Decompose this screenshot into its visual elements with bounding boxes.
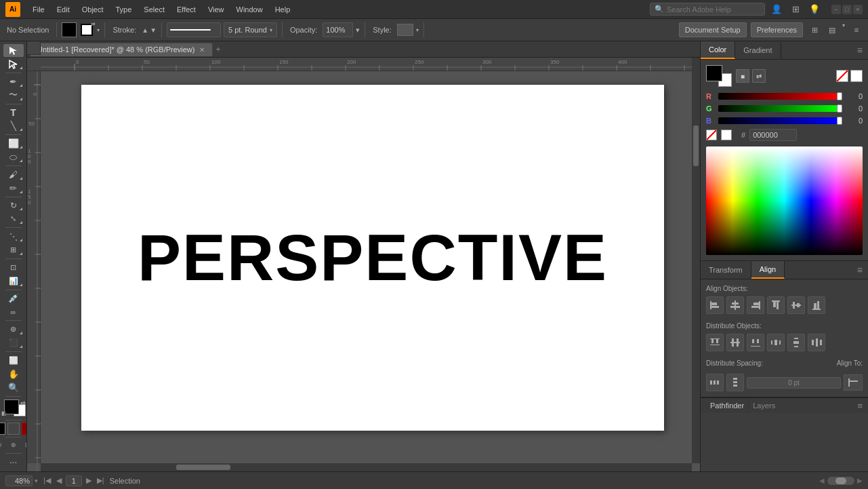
- dist-space-equal-btn[interactable]: [808, 334, 825, 351]
- search-input[interactable]: [667, 5, 760, 14]
- mask-mode-icon[interactable]: [22, 423, 28, 435]
- pixel-preview-icon[interactable]: ⊠: [22, 439, 28, 451]
- minimize-btn[interactable]: −: [831, 5, 841, 14]
- align-bottom-btn[interactable]: [808, 296, 825, 314]
- document-tab[interactable]: Untitled-1 [Recovered]* @ 48 % (RGB/Prev…: [30, 43, 213, 56]
- menu-view[interactable]: View: [203, 3, 230, 16]
- align-tab[interactable]: Align: [751, 261, 785, 279]
- last-artboard-btn[interactable]: ▶|: [96, 475, 106, 486]
- swap-icon[interactable]: ⇄: [91, 21, 96, 27]
- first-artboard-btn[interactable]: |◀: [42, 475, 52, 486]
- curvature-tool[interactable]: 〜: [3, 89, 24, 102]
- next-page-btn[interactable]: ▶: [857, 477, 863, 484]
- next-artboard-btn[interactable]: ▶: [85, 475, 93, 486]
- preferences-btn[interactable]: Preferences: [751, 22, 803, 37]
- line-tool[interactable]: ╲: [3, 119, 24, 132]
- more-tools-btn[interactable]: ···: [3, 456, 24, 469]
- print-preview-icon[interactable]: ⊛: [7, 439, 20, 451]
- discover-icon[interactable]: 💡: [807, 2, 822, 17]
- white-indicator[interactable]: [721, 130, 732, 140]
- dist-center-v-btn[interactable]: [726, 334, 744, 351]
- pathfinder-tab[interactable]: Pathfinder: [706, 398, 749, 413]
- panel-toggle-icon[interactable]: ≡: [849, 22, 864, 37]
- zoom-tool[interactable]: 🔍: [3, 381, 24, 394]
- scroll-indicator-track[interactable]: [827, 477, 854, 485]
- b-thumb[interactable]: [837, 117, 842, 125]
- menu-effect[interactable]: Effect: [171, 3, 201, 16]
- menu-file[interactable]: File: [27, 3, 50, 16]
- none-indicator[interactable]: [706, 130, 717, 140]
- dist-space-v-btn[interactable]: [787, 334, 805, 351]
- align-right-btn[interactable]: [747, 296, 764, 314]
- stroke-down-icon[interactable]: ▼: [150, 26, 157, 34]
- tab-close-btn[interactable]: ✕: [199, 45, 205, 54]
- transform-tab[interactable]: Transform: [701, 262, 751, 278]
- v-scrollbar[interactable]: [692, 58, 700, 463]
- white-swatch[interactable]: [850, 70, 863, 82]
- align-center-h-btn[interactable]: [726, 296, 744, 314]
- scale-tool[interactable]: ⤡: [3, 212, 24, 225]
- perspective-grid-tool[interactable]: ⊡: [3, 261, 24, 274]
- align-top-btn[interactable]: [767, 296, 785, 314]
- dist-spacing-v-btn[interactable]: [726, 374, 744, 391]
- dist-space-h-btn[interactable]: [767, 334, 785, 351]
- r-thumb[interactable]: [837, 92, 842, 100]
- layers-tab[interactable]: Layers: [749, 398, 779, 413]
- auto-spacing-btn[interactable]: 0 pt: [747, 377, 841, 389]
- swap-colors-icon[interactable]: ⇄: [20, 399, 26, 406]
- stroke-up-icon[interactable]: ▲: [142, 26, 148, 34]
- color-tab[interactable]: Color: [701, 41, 735, 59]
- zoom-dropdown-icon[interactable]: ▾: [35, 477, 38, 484]
- g-thumb[interactable]: [837, 104, 842, 113]
- stroke-weight-display[interactable]: [167, 22, 221, 37]
- blend-tool[interactable]: ∞: [3, 305, 24, 318]
- opacity-input[interactable]: [323, 22, 353, 37]
- menu-window[interactable]: Window: [231, 3, 268, 16]
- g-slider-container[interactable]: [718, 105, 840, 112]
- r-slider-container[interactable]: [718, 93, 840, 100]
- arrange-arrow[interactable]: ▾: [842, 22, 845, 37]
- arrange-arrange-icon[interactable]: ▤: [825, 22, 840, 37]
- default-colors-icon[interactable]: ◧: [1, 410, 7, 416]
- type-tool[interactable]: T: [3, 106, 24, 119]
- color-panel-menu-btn[interactable]: ≡: [852, 42, 868, 58]
- stroke-type-select[interactable]: 5 pt. Round ▾: [224, 22, 277, 37]
- maximize-btn[interactable]: □: [842, 5, 852, 14]
- arrange-grid-icon[interactable]: ⊞: [807, 22, 822, 37]
- pen-tool[interactable]: ✒: [3, 75, 24, 88]
- bottom-panel-menu-btn[interactable]: ≡: [857, 401, 863, 411]
- color-spectrum[interactable]: [706, 146, 863, 255]
- pencil-tool[interactable]: ✏: [3, 182, 24, 195]
- new-tab-btn[interactable]: +: [215, 45, 220, 54]
- foreground-swatch[interactable]: [706, 65, 722, 81]
- hand-tool[interactable]: ✋: [3, 368, 24, 380]
- color-mode-solid-btn[interactable]: ■: [736, 69, 749, 83]
- graph-tool[interactable]: 📊: [3, 275, 24, 288]
- menu-help[interactable]: Help: [270, 3, 296, 16]
- dist-bottom-btn[interactable]: [747, 334, 764, 351]
- align-middle-v-btn[interactable]: [787, 296, 805, 314]
- direct-selection-tool[interactable]: [3, 58, 24, 71]
- selection-tool[interactable]: [3, 44, 24, 57]
- eyedropper-tool[interactable]: 💉: [3, 292, 24, 305]
- menu-type[interactable]: Type: [110, 3, 138, 16]
- align-panel-menu-btn[interactable]: ≡: [852, 262, 868, 278]
- style-arrow[interactable]: ▾: [416, 27, 419, 33]
- normal-mode-icon[interactable]: [0, 423, 5, 435]
- zoom-input[interactable]: [5, 475, 33, 486]
- menu-select[interactable]: Select: [138, 3, 170, 16]
- none-swatch[interactable]: [836, 70, 848, 82]
- rotate-tool[interactable]: ↻: [3, 199, 24, 212]
- paintbrush-tool[interactable]: 🖌: [3, 168, 24, 181]
- color-mode-toggle-btn[interactable]: ⇄: [752, 69, 766, 83]
- align-to-dropdown[interactable]: [844, 374, 863, 391]
- hex-input[interactable]: [749, 129, 797, 141]
- style-preview[interactable]: [397, 24, 413, 36]
- b-slider-container[interactable]: [718, 117, 840, 124]
- opacity-arrow[interactable]: ▾: [356, 26, 360, 35]
- fill-swatch[interactable]: [62, 22, 77, 37]
- fill-arrow[interactable]: ▾: [97, 27, 100, 33]
- canvas-document[interactable]: PERSPECTIVE: [81, 85, 664, 431]
- h-scrollbar[interactable]: [41, 463, 692, 471]
- artboard-tool[interactable]: ⬜: [3, 354, 24, 367]
